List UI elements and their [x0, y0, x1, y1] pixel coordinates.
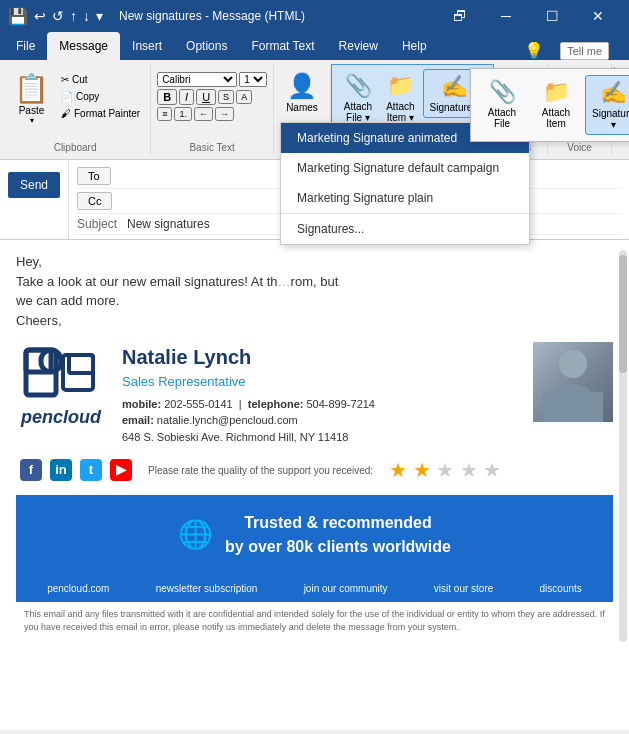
sig-logo-area: pencloud: [16, 342, 106, 431]
tab-help[interactable]: Help: [390, 32, 439, 60]
social-icons: f in t ▶: [20, 459, 132, 481]
indent-less-button[interactable]: ←: [194, 107, 213, 121]
font-size-select[interactable]: 11: [239, 72, 267, 87]
cc-button[interactable]: Cc: [77, 192, 112, 210]
tell-me-box[interactable]: Tell me: [560, 42, 609, 60]
tab-options[interactable]: Options: [174, 32, 239, 60]
footer-link-newsletter[interactable]: newsletter subscription: [156, 581, 258, 596]
send-column: Send: [0, 160, 69, 239]
redo-icon[interactable]: ↺: [52, 8, 64, 24]
email-body[interactable]: Hey, Take a look at our new email signat…: [0, 240, 629, 730]
basic-text-items: Calibri 11 B I U S A ≡ 1. ← →: [157, 64, 267, 140]
footer-link-pencloud[interactable]: pencloud.com: [47, 581, 109, 596]
twitter-icon[interactable]: t: [80, 459, 102, 481]
linkedin-icon[interactable]: in: [50, 459, 72, 481]
attach-file-sub-button[interactable]: 📎 AttachFile: [477, 75, 527, 135]
cut-icon: ✂: [61, 74, 69, 85]
footer-link-community[interactable]: join our community: [304, 581, 388, 596]
strikethrough-button[interactable]: S: [218, 90, 234, 104]
signature-sub-icon: ✍: [600, 80, 627, 106]
down-icon[interactable]: ↓: [83, 8, 90, 24]
ribbon-group-basic-text: Calibri 11 B I U S A ≡ 1. ← → Basic Tex: [151, 64, 274, 155]
tab-message[interactable]: Message: [47, 32, 120, 60]
format-painter-label: Format Painter: [74, 108, 140, 119]
star-2[interactable]: ★: [413, 459, 431, 481]
attach-item-sub-button[interactable]: 📁 AttachItem: [531, 75, 581, 135]
sig-menu-marketing-plain[interactable]: Marketing Signature plain: [281, 183, 529, 213]
window-icon-btn[interactable]: 🗗: [437, 0, 483, 32]
underline-button[interactable]: U: [196, 89, 216, 105]
scrollbar-track: [619, 250, 627, 642]
paste-button[interactable]: 📋 Paste ▾: [6, 68, 57, 129]
cut-label: Cut: [72, 74, 88, 85]
star-3[interactable]: ★: [436, 459, 454, 481]
footer-link-discounts[interactable]: discounts: [540, 581, 582, 596]
send-button[interactable]: Send: [8, 172, 60, 198]
sig-logo-box: [16, 342, 106, 402]
star-5[interactable]: ★: [483, 459, 501, 481]
star-1[interactable]: ★: [389, 459, 407, 481]
person-photo-svg: [543, 342, 603, 422]
italic-button[interactable]: I: [179, 89, 194, 105]
format-painter-button[interactable]: 🖌 Format Painter: [57, 106, 144, 121]
save-icon[interactable]: 💾: [8, 7, 28, 26]
facebook-icon[interactable]: f: [20, 459, 42, 481]
tab-insert[interactable]: Insert: [120, 32, 174, 60]
indent-more-button[interactable]: →: [215, 107, 234, 121]
sig-photo: [533, 342, 613, 422]
text-color-button[interactable]: A: [236, 90, 252, 104]
star-4[interactable]: ★: [460, 459, 478, 481]
minimize-btn[interactable]: ─: [483, 0, 529, 32]
subject-value: New signatures: [127, 217, 210, 231]
bullets-button[interactable]: ≡: [157, 107, 172, 121]
youtube-icon[interactable]: ▶: [110, 459, 132, 481]
close-btn[interactable]: ✕: [575, 0, 621, 32]
sig-email: email: natalie.lynch@pencloud.com: [122, 412, 517, 429]
clipboard-items: 📋 Paste ▾ ✂ Cut 📄 Copy 🖌 Format Painter: [6, 64, 144, 140]
banner-text: Trusted & recommendedby over 80k clients…: [225, 511, 451, 559]
copy-button[interactable]: 📄 Copy: [57, 89, 144, 104]
undo-icon[interactable]: ↩: [34, 8, 46, 24]
signature-sub-button[interactable]: ✍ Signature ▾: [585, 75, 629, 135]
title-bar: 💾 ↩ ↺ ↑ ↓ ▾ New signatures - Message (HT…: [0, 0, 629, 32]
sig-info: Natalie Lynch Sales Representative mobil…: [122, 342, 517, 445]
attach-item-sub-icon: 📁: [543, 79, 570, 105]
sig-mobile: mobile: 202-555-0141 | telephone: 504-89…: [122, 396, 517, 413]
bold-button[interactable]: B: [157, 89, 177, 105]
clipboard-secondary: ✂ Cut 📄 Copy 🖌 Format Painter: [57, 68, 144, 121]
tab-format-text[interactable]: Format Text: [239, 32, 326, 60]
signature-dropdown-overlay: 📎 AttachFile 📁 AttachItem ✍ Signature ▾ …: [280, 60, 530, 245]
window-title: New signatures - Message (HTML): [119, 9, 305, 23]
font-format-row: B I U S A: [157, 89, 267, 105]
tab-file[interactable]: File: [4, 32, 47, 60]
numbers-button[interactable]: 1.: [174, 107, 192, 121]
scrollbar-thumb[interactable]: [619, 255, 627, 373]
body-line2: we can add more.: [16, 291, 613, 311]
customize-icon[interactable]: ▾: [96, 8, 103, 24]
telephone-value: 504-899-7214: [306, 398, 375, 410]
up-icon[interactable]: ↑: [70, 8, 77, 24]
sig-top: pencloud Natalie Lynch Sales Representat…: [16, 342, 613, 445]
telephone-label: telephone:: [248, 398, 304, 410]
footer-link-store[interactable]: visit our store: [434, 581, 493, 596]
sig-menu-marketing-default[interactable]: Marketing Signature default campaign: [281, 153, 529, 183]
tab-review[interactable]: Review: [327, 32, 390, 60]
font-family-select[interactable]: Calibri: [157, 72, 237, 87]
font-selector-row: Calibri 11: [157, 72, 267, 87]
svg-rect-7: [543, 392, 603, 422]
social-rating-row: f in t ▶ Please rate the quality of the …: [16, 453, 613, 487]
attach-item-sub-label: AttachItem: [542, 107, 570, 129]
company-logo-svg: [21, 345, 101, 400]
star-rating[interactable]: ★ ★ ★ ★ ★: [389, 455, 501, 485]
restore-btn[interactable]: ☐: [529, 0, 575, 32]
to-button[interactable]: To: [77, 167, 111, 185]
dictate-group-label: Voice: [567, 140, 591, 155]
sig-person-name: Natalie Lynch: [122, 342, 517, 372]
blue-banner: 🌐 Trusted & recommendedby over 80k clien…: [16, 495, 613, 575]
svg-point-5: [559, 350, 587, 378]
sig-menu-signatures-dialog[interactable]: Signatures...: [281, 213, 529, 244]
ribbon: 📋 Paste ▾ ✂ Cut 📄 Copy 🖌 Format Painter: [0, 60, 629, 160]
ribbon-tabs: File Message Insert Options Format Text …: [0, 32, 629, 60]
basic-text-group-label: Basic Text: [189, 140, 234, 155]
cut-button[interactable]: ✂ Cut: [57, 72, 144, 87]
